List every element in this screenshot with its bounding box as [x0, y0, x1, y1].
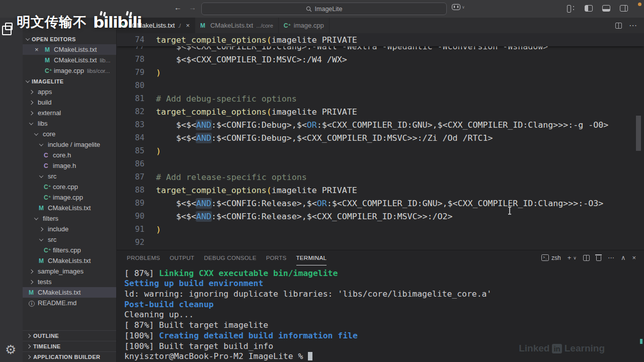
tree-item[interactable]: MCMakeLists.txt: [23, 203, 116, 213]
copilot-menu[interactable]: ∨: [452, 4, 465, 10]
maximize-panel-icon[interactable]: ∧: [621, 254, 626, 261]
tree-item[interactable]: Ccore.cpp: [23, 182, 116, 192]
close-icon[interactable]: ×: [186, 22, 190, 29]
shell-label: zsh: [551, 254, 561, 261]
chevron-down-icon: [29, 121, 33, 125]
tree-item[interactable]: iREADME.md: [23, 298, 116, 308]
file-label: README.md: [38, 299, 76, 307]
code-text: $<$<AND:$<CONFIG:Release>,$<OR:$<CXX_COM…: [144, 199, 603, 208]
toggle-panel-icon[interactable]: [602, 5, 610, 12]
settings-gear-icon[interactable]: ⚙: [5, 343, 16, 356]
line-number: 78: [117, 55, 144, 64]
kill-terminal-icon[interactable]: [596, 256, 601, 261]
code-line: 84 $<$<AND:$<CONFIG:Debug>,$<CXX_COMPILE…: [117, 131, 644, 144]
open-editor-item[interactable]: ×MCMakeLists.txt: [23, 44, 116, 55]
code-segment: AND: [196, 199, 211, 208]
tree-item[interactable]: Ccore.h: [23, 150, 116, 160]
tree-item[interactable]: Cfilters.cpp: [23, 245, 116, 255]
terminal-dropdown-icon[interactable]: ∨: [573, 255, 577, 260]
tree-item[interactable]: apps: [23, 86, 116, 97]
code-segment: imagelite PRIVATE: [272, 107, 357, 117]
activity-bar: ⚙: [0, 18, 23, 362]
toggle-sidebar-icon[interactable]: [585, 5, 593, 12]
tree-item[interactable]: tests: [23, 277, 116, 287]
close-icon[interactable]: ×: [35, 46, 45, 53]
editor-scrollbar[interactable]: [636, 116, 641, 151]
code-segment: OR: [317, 199, 327, 208]
command-center-search[interactable]: ImageLite: [201, 3, 447, 15]
file-label: filters.cpp: [53, 246, 81, 254]
panel-tab-debug-console[interactable]: DEBUG CONSOLE: [204, 250, 256, 265]
terminal-output[interactable]: [ 87%] Linking CXX executable bin/imagel…: [117, 265, 644, 362]
split-terminal-icon[interactable]: [583, 255, 590, 261]
code-segment: :$<CONFIG:Release>,$<CXX_COMPILER_ID:MSV…: [211, 212, 453, 221]
panel-tab-ports[interactable]: PORTS: [266, 250, 287, 265]
forward-arrow-icon[interactable]: →: [189, 3, 196, 12]
project-section-header[interactable]: IMAGELITE: [23, 76, 116, 86]
panel-tab-output[interactable]: OUTPUT: [170, 250, 194, 265]
sticky-scroll-line[interactable]: 74target_compile_options(imagelite PRIVA…: [117, 33, 644, 46]
open-editor-item[interactable]: MCMakeLists.txtlib...: [23, 55, 116, 65]
toggle-secondary-sidebar-icon[interactable]: [620, 5, 628, 12]
cmake-file-icon: M: [122, 22, 129, 29]
tab-bar-actions: ⋯: [615, 18, 637, 33]
panel-tab-problems[interactable]: PROBLEMS: [127, 250, 160, 265]
cmake-file-icon: M: [39, 257, 47, 264]
tree-item[interactable]: external: [23, 108, 116, 118]
sidebar-section-timeline[interactable]: TIMELINE: [23, 341, 116, 351]
chevron-slot: [39, 175, 47, 178]
chevron-down-icon: [34, 131, 38, 135]
editor-tab[interactable]: MCMakeLists.txt./×: [117, 18, 195, 33]
split-editor-icon[interactable]: [615, 23, 622, 29]
back-arrow-icon[interactable]: ←: [174, 3, 182, 12]
code-line: 81# Add debug-specific options: [117, 92, 644, 105]
code-line: 91): [117, 223, 644, 236]
code-segment: :$<CXX_COMPILER_ID:GNU>,$<CXX_COMPILER_I…: [317, 120, 608, 130]
customize-layout-icon[interactable]: [567, 5, 575, 12]
sidebar-section-application-builder[interactable]: APPLICATION BUILDER: [23, 351, 116, 362]
editor-tab-bar: MCMakeLists.txt./×MCMakeLists.txt.../cor…: [117, 18, 644, 33]
chevron-right-icon: [29, 280, 33, 284]
code-text: ): [144, 146, 161, 156]
code-line: 82target_compile_options(imagelite PRIVA…: [117, 105, 644, 118]
code-editor[interactable]: 74target_compile_options(imagelite PRIVA…: [117, 33, 644, 250]
terminal-line: Cleaning up...: [124, 310, 644, 320]
folder-label: apps: [38, 88, 52, 96]
chevron-slot: [29, 281, 37, 284]
editor-tab[interactable]: MCMakeLists.txt.../core: [195, 18, 279, 33]
chevron-slot: [39, 238, 47, 241]
tree-item[interactable]: MCMakeLists.txt: [23, 255, 116, 266]
tree-item[interactable]: include / imagelite: [23, 139, 116, 150]
tree-item[interactable]: core: [23, 129, 116, 139]
sidebar-section-outline[interactable]: OUTLINE: [23, 330, 116, 341]
chevron-down-icon: [39, 237, 43, 241]
more-actions-icon[interactable]: ⋯: [629, 21, 637, 30]
folder-label: filters: [43, 215, 58, 222]
chevron-right-icon: [39, 227, 43, 231]
panel-tab-terminal[interactable]: TERMINAL: [296, 250, 327, 265]
code-line: 89 $<$<AND:$<CONFIG:Release>,$<OR:$<CXX_…: [117, 197, 644, 210]
line-number: 77: [117, 46, 144, 51]
close-panel-icon[interactable]: ×: [632, 254, 636, 261]
code-line: 87# Add release-specific options: [117, 170, 644, 184]
line-number: 89: [117, 199, 144, 208]
open-editor-item[interactable]: Cimage.cpplibs/cor...: [23, 65, 116, 76]
chevron-slot: [39, 228, 47, 231]
open-editors-header[interactable]: OPEN EDITORS: [23, 34, 116, 44]
tree-item[interactable]: sample_images: [23, 266, 116, 277]
folder-label: external: [38, 109, 61, 117]
tree-item[interactable]: src: [23, 234, 116, 245]
panel-more-icon[interactable]: ⋯: [608, 254, 614, 261]
tree-item[interactable]: Cimage.cpp: [23, 192, 116, 203]
tree-item[interactable]: Cimage.h: [23, 160, 116, 171]
tree-item[interactable]: src: [23, 171, 116, 182]
tree-item[interactable]: build: [23, 97, 116, 108]
editor-tab[interactable]: Cimage.cpp: [279, 18, 330, 33]
tree-item[interactable]: MCMakeLists.txt: [23, 287, 116, 298]
history-nav: ← →: [174, 3, 196, 12]
tree-item[interactable]: filters: [23, 213, 116, 224]
tree-item[interactable]: libs: [23, 118, 116, 129]
new-terminal-icon[interactable]: +: [568, 254, 572, 261]
terminal-line: [100%] Built target build_info: [124, 341, 644, 352]
tree-item[interactable]: include: [23, 224, 116, 234]
